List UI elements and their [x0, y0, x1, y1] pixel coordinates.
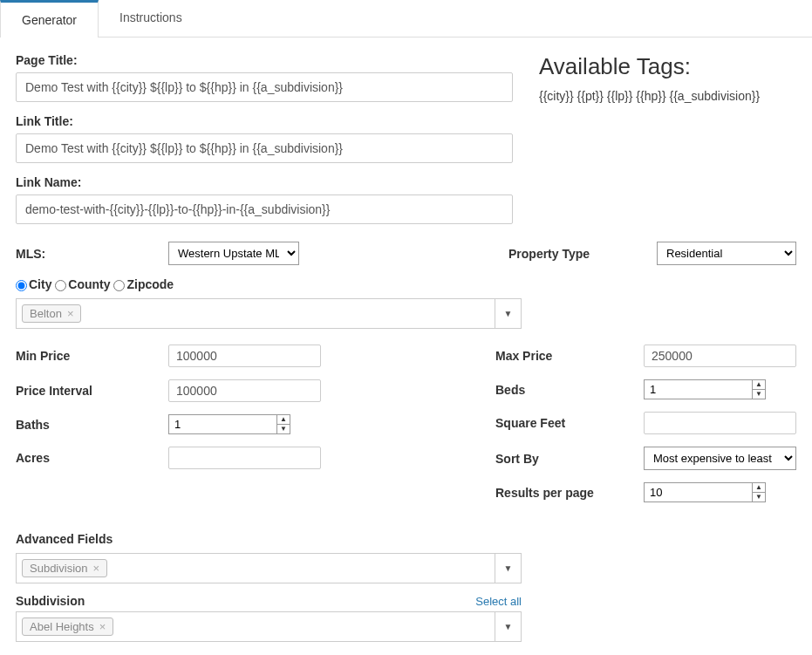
- max-price-label: Max Price: [495, 349, 644, 363]
- link-name-input[interactable]: [16, 194, 513, 224]
- baths-stepper[interactable]: ▲▼: [168, 414, 290, 434]
- geo-token: Belton×: [22, 304, 81, 323]
- page-title-label: Page Title:: [16, 53, 513, 67]
- subdivision-dropdown-icon[interactable]: ▼: [495, 612, 521, 641]
- beds-down-icon[interactable]: ▼: [753, 390, 765, 399]
- adv-field-dropdown-icon[interactable]: ▼: [495, 554, 521, 583]
- adv-field-token: Subdivision×: [22, 559, 107, 577]
- acres-label: Acres: [16, 451, 168, 465]
- advanced-fields-box[interactable]: Subdivision× ▼: [16, 553, 522, 583]
- rpp-up-icon[interactable]: ▲: [753, 483, 765, 493]
- available-tags-panel: Available Tags: {{city}} {{pt}} {{lp}} {…: [539, 53, 796, 236]
- available-tags-heading: Available Tags:: [539, 53, 796, 80]
- link-title-input[interactable]: [16, 133, 513, 163]
- price-interval-label: Price Interval: [16, 384, 168, 398]
- square-feet-input[interactable]: [644, 412, 796, 434]
- advanced-fields-label: Advanced Fields: [16, 532, 796, 546]
- subdivision-box[interactable]: Abel Heights× ▼: [16, 611, 522, 642]
- link-name-label: Link Name:: [16, 175, 513, 189]
- acres-input[interactable]: [168, 447, 321, 469]
- page-title-input[interactable]: [16, 72, 513, 102]
- baths-input[interactable]: [169, 415, 276, 433]
- subdivision-remove-icon[interactable]: ×: [99, 620, 106, 633]
- price-interval-input[interactable]: [168, 379, 321, 402]
- tab-instructions[interactable]: Instructions: [99, 0, 203, 37]
- beds-input[interactable]: [645, 380, 752, 399]
- rpp-down-icon[interactable]: ▼: [753, 493, 765, 501]
- subdivision-token: Abel Heights×: [22, 617, 113, 636]
- geo-radio-group: City County Zipcode: [16, 277, 796, 291]
- adv-field-remove-icon[interactable]: ×: [93, 562, 100, 575]
- select-all-link[interactable]: Select all: [475, 595, 522, 608]
- sort-by-select[interactable]: Most expensive to least: [644, 447, 796, 470]
- subdivision-label: Subdivision: [16, 594, 85, 608]
- sort-by-label: Sort By: [495, 452, 644, 466]
- beds-stepper[interactable]: ▲▼: [644, 379, 766, 399]
- property-type-select[interactable]: Residential: [657, 242, 796, 265]
- mls-select[interactable]: Western Upstate MLS: [168, 242, 299, 265]
- beds-up-icon[interactable]: ▲: [753, 380, 765, 390]
- radio-city[interactable]: City: [16, 277, 51, 291]
- mls-label: MLS:: [16, 247, 168, 261]
- radio-zipcode[interactable]: Zipcode: [113, 277, 174, 291]
- min-price-label: Min Price: [16, 349, 168, 363]
- geo-token-remove-icon[interactable]: ×: [67, 307, 74, 320]
- geo-token-box[interactable]: Belton× ▼: [16, 298, 522, 329]
- baths-up-icon[interactable]: ▲: [277, 415, 290, 425]
- geo-token-dropdown-icon[interactable]: ▼: [495, 299, 521, 328]
- square-feet-label: Square Feet: [495, 416, 644, 430]
- results-per-page-stepper[interactable]: ▲▼: [644, 482, 766, 502]
- baths-label: Baths: [16, 418, 168, 432]
- max-price-input[interactable]: [644, 345, 796, 367]
- link-title-label: Link Title:: [16, 114, 513, 128]
- beds-label: Beds: [495, 383, 644, 397]
- min-price-input[interactable]: [168, 345, 321, 367]
- tab-generator[interactable]: Generator: [0, 0, 99, 38]
- baths-down-icon[interactable]: ▼: [277, 425, 290, 433]
- property-type-label: Property Type: [508, 247, 657, 261]
- available-tags-list: {{city}} {{pt}} {{lp}} {{hp}} {{a_subdiv…: [539, 89, 796, 103]
- results-per-page-label: Results per page: [495, 486, 644, 500]
- tab-bar: Generator Instructions: [0, 0, 812, 38]
- radio-county[interactable]: County: [55, 277, 110, 291]
- results-per-page-input[interactable]: [645, 483, 752, 501]
